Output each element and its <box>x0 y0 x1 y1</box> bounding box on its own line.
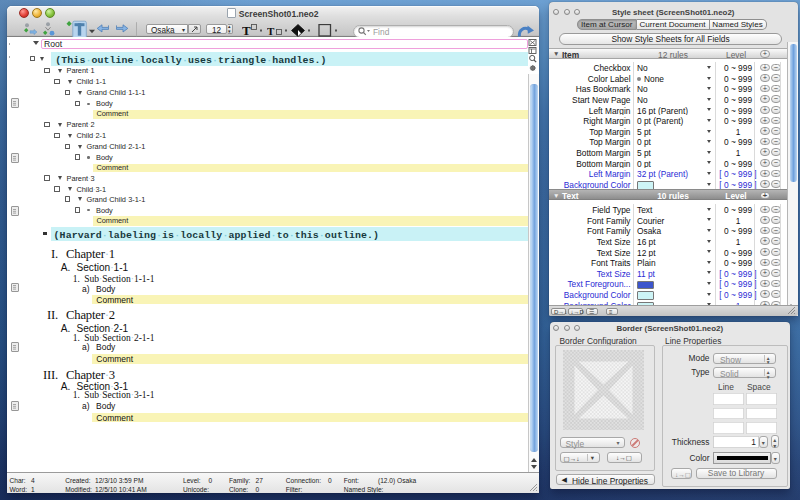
svg-text:T: T <box>242 24 251 37</box>
svg-text:T: T <box>267 25 275 37</box>
